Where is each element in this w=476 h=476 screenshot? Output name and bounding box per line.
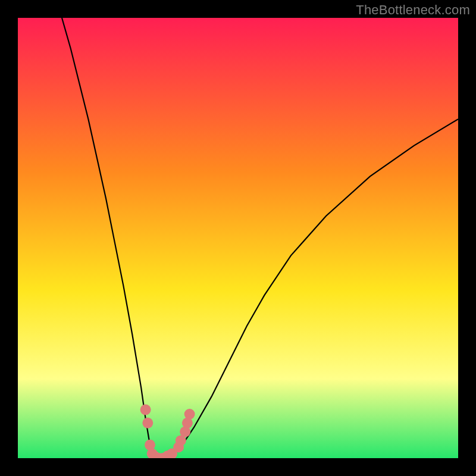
marker-dot xyxy=(142,418,153,428)
watermark-text: TheBottleneck.com xyxy=(356,2,470,18)
plot-area xyxy=(18,18,458,458)
chart-svg xyxy=(18,18,458,458)
marker-dot xyxy=(140,405,151,415)
gradient-background xyxy=(18,18,458,458)
frame: TheBottleneck.com xyxy=(0,0,476,476)
marker-dot xyxy=(184,409,195,419)
